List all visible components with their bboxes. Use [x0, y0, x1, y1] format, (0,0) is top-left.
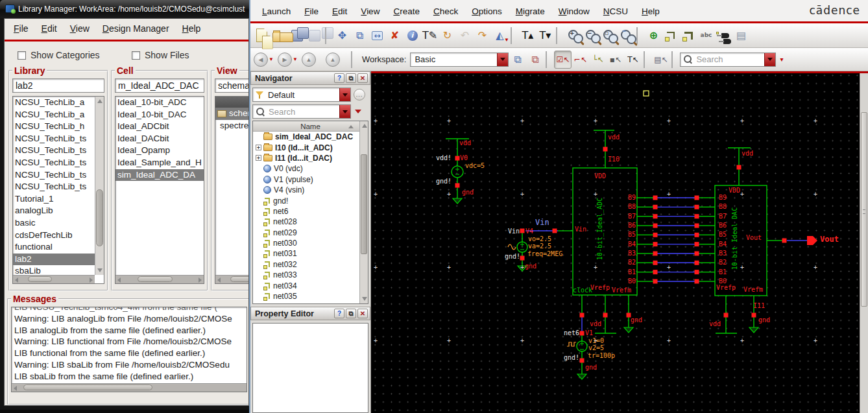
zoom-in-icon[interactable]: + — [564, 27, 582, 45]
menu-item[interactable]: File — [304, 6, 319, 16]
tree-item[interactable]: + I11 (Id...it_DAC) — [253, 153, 359, 163]
menu-item[interactable]: Launch — [262, 6, 291, 16]
create-wire-name-icon[interactable]: abc — [697, 27, 715, 45]
library-list[interactable]: NCSU_TechLib_aNCSU_TechLib_aNCSU_TechLib… — [12, 96, 104, 284]
tree-item[interactable]: net034 — [253, 280, 359, 290]
nav-circle-button[interactable]: ▲ — [302, 53, 316, 67]
tree-item[interactable]: net031 — [253, 248, 359, 259]
undo-icon[interactable]: ↶ — [456, 27, 474, 45]
library-list-item[interactable]: NCSU_TechLib_a — [13, 97, 95, 109]
library-manager-titlebar[interactable]: Library Manager: WorkArea: /home/louisb2… — [0, 0, 253, 18]
menu-item[interactable]: Options — [472, 6, 502, 16]
scroll-down-arrow[interactable] — [97, 268, 102, 272]
panel-help-icon[interactable]: ? — [334, 73, 344, 83]
menu-item[interactable]: NCSU — [603, 6, 628, 16]
library-list-item[interactable]: NCSU_TechLib_ts — [13, 145, 95, 157]
tree-item[interactable]: V4 (vsin) — [253, 185, 359, 195]
copy-icon[interactable]: ⧉ — [351, 27, 368, 45]
zoom-out-icon[interactable]: − — [582, 27, 599, 45]
nav-circle-button[interactable]: ▲ — [326, 53, 340, 67]
edit-text-icon[interactable]: T✎ — [421, 27, 439, 45]
zoom-fit-icon[interactable] — [617, 27, 634, 45]
selection-filter-pin-icon[interactable]: ▪↖ — [607, 51, 624, 69]
text-raise-icon[interactable]: T▴ — [519, 27, 536, 45]
menu-item[interactable]: Help — [182, 23, 201, 34]
menu-item[interactable]: Edit — [332, 6, 347, 16]
tree-name-header[interactable]: Name — [253, 121, 368, 132]
menu-item[interactable]: Edit — [42, 23, 57, 34]
tree-item[interactable]: net030 — [253, 238, 359, 248]
delete-workspace-icon[interactable]: ⧉ — [526, 51, 544, 69]
scrollbar-thumb[interactable] — [138, 276, 173, 282]
library-list-item[interactable]: NCSU_TechLib_ts — [13, 157, 95, 169]
library-list-item[interactable]: NCSU_TechLib_ts — [13, 181, 95, 193]
library-list-item[interactable]: NCSU_TechLib_a — [13, 109, 95, 121]
scroll-up-arrow[interactable] — [97, 99, 102, 103]
open-file-icon[interactable] — [271, 27, 288, 45]
tree-item[interactable]: + I10 (Id...it_ADC) — [253, 142, 359, 152]
scroll-right-arrow[interactable] — [90, 277, 93, 283]
property-editor-toggle-icon[interactable]: ▤↖ — [652, 51, 669, 69]
selection-filter-wire-icon[interactable]: └↖ — [589, 51, 607, 69]
combo-dropdown-button[interactable] — [339, 88, 350, 101]
cell-list-item[interactable]: Ideal_Sample_and_H — [115, 157, 204, 169]
create-instance-icon[interactable]: ⊕ — [645, 27, 662, 45]
selection-filter-instance-icon[interactable]: ⌐↖ — [572, 51, 589, 69]
navigator-tree[interactable]: Name sim_Ideal_ADC_DAC + I10 (Id...it_AD… — [252, 121, 368, 304]
tree-expander[interactable]: + — [256, 145, 261, 150]
combo-dropdown-button[interactable] — [339, 105, 350, 118]
view-list[interactable]: View schematic spectre — [215, 96, 249, 284]
nav-circle-button[interactable]: ◀ — [254, 53, 268, 67]
tree-item[interactable]: net032 — [253, 259, 359, 270]
new-file-icon[interactable] — [253, 27, 271, 45]
library-list-item[interactable]: cdsDefTechLib — [13, 230, 95, 242]
panel-float-icon[interactable]: ⧉ — [346, 73, 356, 83]
scrollbar-thumb[interactable] — [28, 276, 53, 282]
tree-item[interactable]: V1 (vpulse) — [253, 174, 359, 185]
search-options-arrow[interactable]: ▾ — [780, 56, 786, 63]
view-list-item[interactable]: schematic — [215, 108, 249, 120]
library-list-item[interactable]: NCSU_TechLib_ts — [13, 133, 95, 145]
search-dropdown-arrow[interactable] — [355, 110, 361, 113]
redo-icon[interactable]: ↷ — [474, 27, 491, 45]
cell-filter-input[interactable] — [115, 78, 204, 93]
tree-expander[interactable]: + — [256, 155, 261, 161]
tree-vscrollbar[interactable] — [359, 121, 368, 303]
cell-list-item[interactable]: Ideal_Opamp — [115, 145, 204, 157]
save-workspace-icon[interactable]: ⧉ — [509, 51, 526, 69]
combo-dropdown-button[interactable] — [497, 53, 508, 66]
menu-item[interactable]: View — [70, 23, 90, 34]
scrollbar-thumb[interactable] — [23, 384, 152, 390]
messages-hscrollbar[interactable] — [12, 383, 247, 392]
cell-list-item[interactable]: Ideal_ADCbit — [115, 121, 204, 133]
delete-icon[interactable]: ✘ — [386, 27, 404, 45]
cell-list-item[interactable]: sim_Ideal_ADC_DA — [115, 169, 204, 182]
navigator-search-combobox[interactable]: Search — [252, 104, 351, 119]
library-list-hscrollbar[interactable] — [13, 275, 95, 283]
navigator-header[interactable]: Navigator ?⧉✕ — [250, 71, 370, 85]
scroll-right-arrow[interactable] — [199, 277, 202, 283]
scroll-left-arrow[interactable] — [117, 277, 121, 283]
panel-help-icon[interactable]: ? — [334, 309, 344, 318]
scrollbar-thumb[interactable] — [96, 189, 103, 246]
scroll-left-arrow[interactable] — [217, 277, 221, 283]
workspace-combobox[interactable]: Basic — [410, 53, 509, 67]
tree-item[interactable]: V0 (vdc) — [253, 163, 359, 174]
library-list-item[interactable]: analogLib — [13, 205, 95, 217]
repeat-command-icon[interactable]: ↻ — [439, 27, 456, 45]
dropdown-arrow[interactable]: ▼ — [293, 56, 299, 62]
tree-item[interactable]: net028 — [253, 217, 359, 227]
scrollbar-thumb[interactable] — [230, 276, 249, 282]
tree-item[interactable]: net036 — [253, 301, 359, 304]
scroll-down-arrow[interactable] — [362, 297, 367, 301]
view-list-item[interactable]: spectre — [215, 120, 249, 132]
library-list-item[interactable]: Tutorial_1 — [13, 193, 95, 206]
filter-more-button[interactable]: ... — [354, 89, 365, 100]
scroll-left-arrow[interactable] — [15, 277, 18, 283]
panel-close-icon[interactable]: ✕ — [357, 73, 368, 83]
tree-item[interactable]: net033 — [253, 270, 359, 280]
view-column-header[interactable]: View — [215, 97, 249, 108]
library-list-item[interactable]: lab2 — [13, 254, 95, 266]
hierarchy-icon[interactable]: ◭ ▼ — [491, 27, 509, 45]
library-list-item[interactable]: functional — [13, 241, 95, 254]
